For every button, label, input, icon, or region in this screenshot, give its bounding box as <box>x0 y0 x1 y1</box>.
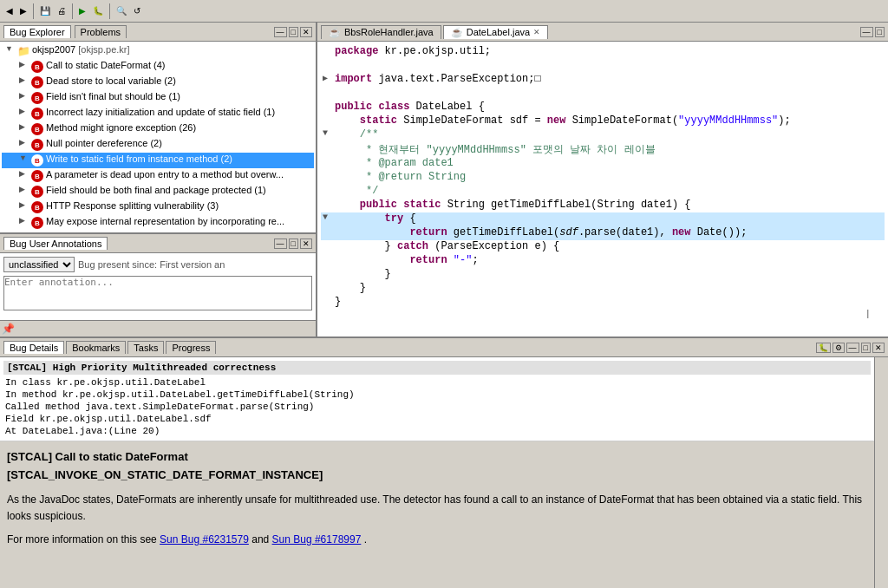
expand-icon: ▼ <box>19 154 29 162</box>
code-line: } catch (ParseException e) { <box>321 240 885 254</box>
bottom-close-btn[interactable]: ✕ <box>872 343 885 353</box>
tab-label: DateLabel.java <box>467 27 530 37</box>
maximize-btn[interactable]: □ <box>289 27 298 37</box>
code-line: static SimpleDateFormat sdf = new Simple… <box>321 114 885 128</box>
java-file-icon: ☕ <box>451 27 463 38</box>
collapse-icon[interactable]: ▶ <box>323 73 335 83</box>
code-line: } <box>321 268 885 282</box>
bug-icon: B <box>30 138 44 152</box>
toolbar-forward-btn[interactable]: ▶ <box>17 4 29 17</box>
classification-select[interactable]: unclassified bug not a bug should fix wo… <box>3 257 75 272</box>
editor-tab-bbsrole[interactable]: ☕ BbsRoleHandler.java <box>321 25 441 39</box>
item-label: Dead store to local variable (2) <box>46 75 176 86</box>
bottom-minimize-btn[interactable]: — <box>846 343 859 353</box>
project-item[interactable]: ▼ 📁 okjsp2007 [okjsp.pe.kr] <box>2 43 314 59</box>
bottom-tabs-header: Bug Details Bookmarks Tasks Progress 🐛 ⚙… <box>0 338 888 357</box>
list-item[interactable]: ▶ B Method might ignore exception (26) <box>2 121 314 137</box>
expand-icon: ▶ <box>19 169 29 178</box>
tasks-tab[interactable]: Tasks <box>127 341 164 354</box>
bottom-bug-icon[interactable]: 🐛 <box>816 343 831 353</box>
bottom-scrollbar[interactable] <box>874 357 888 588</box>
minimize-btn[interactable]: — <box>274 27 287 37</box>
bottom-maximize-btn[interactable]: □ <box>861 343 871 353</box>
list-item[interactable]: ▶ B Incorrect lazy initialization and up… <box>2 106 314 121</box>
list-item-selected[interactable]: ▼ B Write to static field from instance … <box>2 153 314 168</box>
collapse-btn[interactable]: ▼ <box>323 212 335 222</box>
bug-icon: B <box>30 91 44 105</box>
close-btn[interactable]: ✕ <box>300 27 312 37</box>
annot-classification-row: unclassified bug not a bug should fix wo… <box>3 257 312 272</box>
sun-bug-link-1[interactable]: Sun Bug #6231579 <box>160 533 249 546</box>
toolbar-run-btn[interactable]: ▶ <box>76 4 88 17</box>
code-line <box>321 87 885 101</box>
toolbar-back-btn[interactable]: ◀ <box>3 4 16 17</box>
annotation-textarea[interactable] <box>3 276 312 310</box>
code-line <box>321 59 885 73</box>
bug-icon: B <box>30 185 44 199</box>
detail-row: Field kr.pe.okjsp.util.DateLabel.sdf <box>3 413 871 425</box>
bug-icon: B <box>30 75 44 89</box>
annotation-pin-icon: 📌 <box>2 323 15 335</box>
list-item[interactable]: ▶ B A parameter is dead upon entry to a … <box>2 168 314 184</box>
list-item[interactable]: ▶ B May expose internal representation b… <box>2 215 314 231</box>
expand-icon: ▶ <box>19 216 29 225</box>
list-item[interactable]: ▶ B Call to static DateFormat (4) <box>2 59 314 75</box>
bug-description: [STCAL] Call to static DateFormat [STCAL… <box>0 441 874 555</box>
toolbar-print-btn[interactable]: 🖨 <box>55 4 69 17</box>
annotations-tab[interactable]: Bug User Annotations <box>3 237 108 250</box>
toolbar-sep2 <box>72 3 73 19</box>
annot-minimize-btn[interactable]: — <box>274 238 287 249</box>
editor-minimize-btn[interactable]: — <box>860 27 873 37</box>
code-line: * @return String <box>321 171 885 185</box>
problems-tab[interactable]: Problems <box>75 25 127 38</box>
list-item[interactable]: ▶ B Null pointer dereference (2) <box>2 137 314 153</box>
code-line: return "-"; <box>321 254 885 268</box>
item-label: A parameter is dead upon entry to a meth… <box>46 169 284 180</box>
toolbar-refresh-btn[interactable]: ↺ <box>131 4 143 17</box>
item-label: Write to static field from instance meth… <box>46 154 232 164</box>
bug-tree[interactable]: ▼ 📁 okjsp2007 [okjsp.pe.kr] ▶ B Call to … <box>0 42 316 232</box>
expand-icon: ▶ <box>19 60 29 69</box>
list-item[interactable]: ▶ B HTTP Response splitting vulnerabilit… <box>2 199 314 215</box>
code-line: package kr.pe.okjsp.util; <box>321 45 885 59</box>
java-file-icon: ☕ <box>329 27 341 38</box>
annot-close-btn[interactable]: ✕ <box>300 238 312 249</box>
tab-close-icon[interactable]: ✕ <box>533 28 540 36</box>
bug-icon: B <box>30 154 44 167</box>
bookmarks-tab[interactable]: Bookmarks <box>66 341 126 354</box>
editor-tab-datelabel[interactable]: ☕ DateLabel.java ✕ <box>443 25 548 39</box>
bottom-pane: Bug Details Bookmarks Tasks Progress 🐛 ⚙… <box>0 336 888 588</box>
toolbar-search-btn[interactable]: 🔍 <box>114 4 129 17</box>
collapse-btn[interactable]: ▼ <box>323 128 335 138</box>
progress-tab[interactable]: Progress <box>166 341 216 354</box>
sun-bug-link-2[interactable]: Sun Bug #6178997 <box>272 533 362 546</box>
bug-icon: B <box>30 216 44 230</box>
list-item[interactable]: ▶ B Field should be both final and packa… <box>2 184 314 199</box>
toolbar-debug-btn[interactable]: 🐛 <box>90 4 106 17</box>
bottom-settings-btn[interactable]: ⚙ <box>832 343 845 353</box>
expand-icon: ▶ <box>19 138 29 147</box>
annotations-body: unclassified bug not a bug should fix wo… <box>0 253 316 320</box>
item-label: May expose internal representation by in… <box>46 216 284 226</box>
expand-icon: ▼ <box>5 44 16 53</box>
code-line: * 현재부터 "yyyyMMddHHmmss" 포맷의 날짜 차이 레이블 <box>321 142 885 157</box>
expand-icon: ▶ <box>19 122 29 131</box>
code-editor[interactable]: package kr.pe.okjsp.util; ▶ import java.… <box>317 42 888 336</box>
project-label: okjsp2007 [okjsp.pe.kr] <box>32 44 130 55</box>
toolbar-save-btn[interactable]: 💾 <box>37 4 53 17</box>
panel-controls: — □ ✕ <box>274 27 312 37</box>
list-item[interactable]: ▶ B Field isn't final but should be (1) <box>2 90 314 106</box>
left-panel-header: Bug Explorer Problems — □ ✕ <box>0 23 316 42</box>
code-line: ▶ import java.text.ParseException;□ <box>321 73 885 87</box>
annotations-header: Bug User Annotations — □ ✕ <box>0 234 316 253</box>
annot-maximize-btn[interactable]: □ <box>289 238 298 249</box>
bug-icon: B <box>30 169 44 183</box>
bug-explorer-tab[interactable]: Bug Explorer <box>3 25 71 38</box>
bug-details-tab[interactable]: Bug Details <box>3 341 64 354</box>
description-body: As the JavaDoc states, DateFormats are i… <box>7 492 867 525</box>
editor-maximize-btn[interactable]: □ <box>875 27 885 37</box>
detail-row: At DateLabel.java:(Line 20) <box>3 425 871 437</box>
description-title: [STCAL] Call to static DateFormat [STCAL… <box>7 448 867 485</box>
list-item[interactable]: ▶ B Dead store to local variable (2) <box>2 75 314 90</box>
code-line-highlighted: return getTimeDiffLabel(sdf.parse(date1)… <box>321 226 885 240</box>
